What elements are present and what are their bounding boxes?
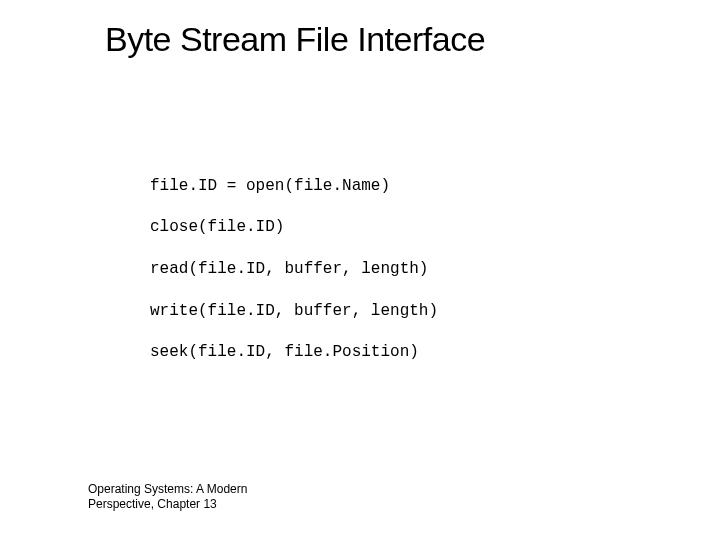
code-line: close(file.ID) xyxy=(150,217,438,238)
footer-line: Perspective, Chapter 13 xyxy=(88,497,247,512)
code-block: file.ID = open(file.Name) close(file.ID)… xyxy=(150,155,438,384)
code-line: read(file.ID, buffer, length) xyxy=(150,259,438,280)
code-line: write(file.ID, buffer, length) xyxy=(150,301,438,322)
slide-title: Byte Stream File Interface xyxy=(105,20,485,59)
code-line: file.ID = open(file.Name) xyxy=(150,176,438,197)
footer-citation: Operating Systems: A Modern Perspective,… xyxy=(88,482,247,512)
footer-line: Operating Systems: A Modern xyxy=(88,482,247,497)
code-line: seek(file.ID, file.Position) xyxy=(150,342,438,363)
